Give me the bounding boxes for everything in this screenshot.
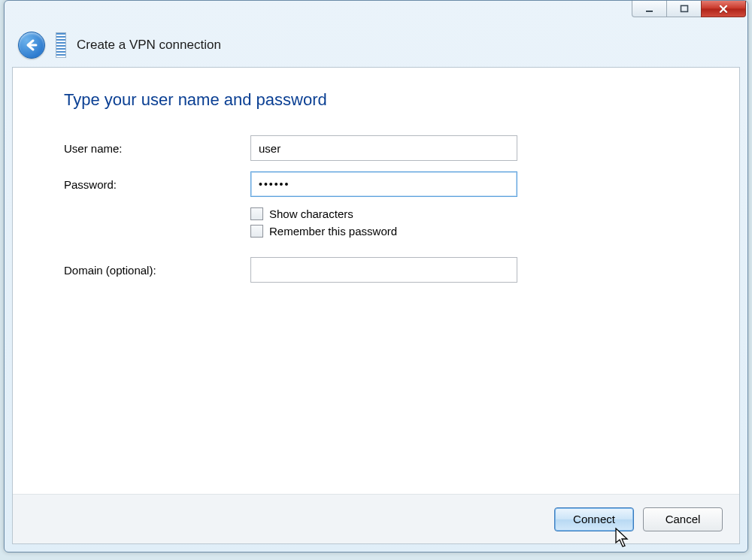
maximize-icon (680, 5, 689, 14)
minimize-button[interactable] (632, 1, 667, 17)
connect-button[interactable]: Connect (554, 507, 634, 531)
domain-label: Domain (optional): (64, 264, 250, 277)
cancel-button[interactable]: Cancel (643, 507, 723, 531)
maximize-button[interactable] (666, 1, 702, 17)
username-label: User name: (64, 142, 250, 155)
wizard-window: Create a VPN connection Type your user n… (4, 0, 748, 552)
minimize-icon (645, 5, 654, 14)
close-button[interactable] (701, 1, 746, 17)
password-row: Password: •••••• (64, 171, 649, 197)
password-input[interactable]: •••••• (250, 171, 517, 197)
remember-password-row: Remember this password (250, 225, 649, 238)
username-input[interactable] (250, 135, 517, 161)
password-label: Password: (64, 178, 250, 191)
svg-rect-0 (646, 11, 653, 12)
wizard-footer: Connect Cancel (13, 494, 739, 543)
titlebar (5, 1, 747, 23)
close-icon (718, 4, 729, 14)
show-characters-row: Show characters (250, 207, 649, 220)
username-row: User name: (64, 135, 649, 161)
wizard-title: Create a VPN connection (77, 38, 221, 53)
content-area: Type your user name and password User na… (13, 68, 739, 494)
page-heading: Type your user name and password (64, 90, 649, 110)
back-button[interactable] (18, 32, 45, 59)
content-frame: Type your user name and password User na… (12, 67, 740, 544)
wizard-icon (56, 32, 66, 58)
domain-input[interactable] (250, 257, 517, 283)
domain-row: Domain (optional): (64, 257, 649, 283)
remember-password-label: Remember this password (269, 225, 397, 238)
show-characters-checkbox[interactable] (250, 207, 263, 220)
wizard-header: Create a VPN connection (5, 23, 747, 67)
back-arrow-icon (24, 38, 39, 53)
svg-rect-1 (681, 5, 687, 11)
remember-password-checkbox[interactable] (250, 225, 263, 238)
show-characters-label: Show characters (269, 207, 353, 220)
